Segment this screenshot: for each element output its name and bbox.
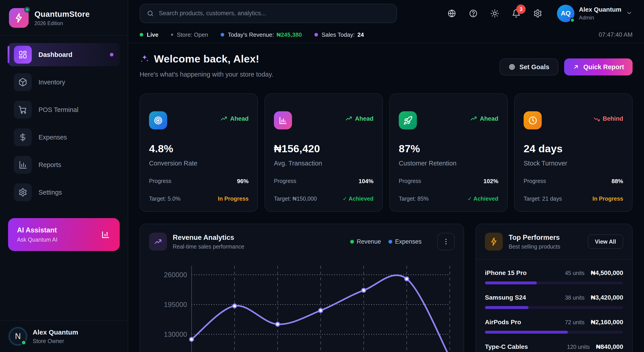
product-bar-fill [485,281,537,284]
store-status: Store: Open [171,31,208,38]
product-bar [485,281,623,284]
profile-menu[interactable]: AQ Alex Quantum Admin [557,5,632,22]
quick-report-button[interactable]: Quick Report [564,59,632,76]
trending-up-icon [470,116,477,122]
kpi-value: 4.8% [149,142,248,155]
kpi-cards: Ahead 4.8% Conversion Rate Progress 96% … [140,93,632,212]
rocket-icon [399,111,417,129]
sidebar-item-dashboard[interactable]: Dashboard [8,43,120,66]
todays-revenue: Today's Revenue: ₦245,380 [221,31,302,38]
sales-today: Sales Today: 24 [314,31,364,38]
product-name: Type-C Cables [485,343,567,350]
legend-item-revenue[interactable]: Revenue [350,238,381,245]
gear-icon [533,9,542,18]
product-row: Type-C Cables 120 units ₦840,000 [485,343,623,352]
progress-percent: 96% [237,178,248,185]
progress-percent: 102% [484,178,498,185]
sales-dot [314,33,318,37]
help-button[interactable] [468,9,478,18]
revenue-analytics-card: Revenue Analytics Real-time sales perfor… [140,224,464,352]
product-revenue: ₦4,500,000 [591,269,623,276]
online-dot [24,7,30,13]
product-name: Samsung S24 [485,294,565,301]
sidebar-item-label: Settings [38,189,62,196]
product-name: iPhone 15 Pro [485,269,565,276]
kpi-label: Avg. Transaction [274,160,374,167]
product-revenue: ₦2,160,000 [591,319,623,326]
kpi-label: Customer Retention [399,160,498,167]
progress-label: Progress [274,178,296,185]
avatar-initials: AQ [561,10,570,17]
settings-button[interactable] [533,9,543,18]
trending-down-icon [594,116,600,122]
progress-percent: 88% [612,178,623,185]
product-row: iPhone 15 Pro 45 units ₦4,500,000 [485,269,623,284]
kpi-value: ₦156,420 [274,142,374,155]
sun-icon [490,9,499,18]
chart-options-button[interactable] [437,233,455,250]
product-units: 120 units [567,344,590,350]
language-button[interactable] [447,9,457,18]
active-indicator-bar [8,46,10,63]
product-units: 38 units [565,294,585,301]
dashboard-content: Welcome back, Alex! Here's what's happen… [128,43,644,352]
clock-icon [524,111,542,129]
page-subtitle: Here's what's happening with your store … [140,71,273,78]
kpi-card-avg-transaction: Ahead ₦156,420 Avg. Transaction Progress… [264,93,383,212]
top-performers-list: iPhone 15 Pro 45 units ₦4,500,000 Samsun… [476,259,632,352]
kpi-state: In Progress [218,195,248,202]
product-bar [485,306,623,309]
theme-toggle-button[interactable] [490,9,500,18]
sidebar-item-pos-terminal[interactable]: POS Terminal [8,98,120,121]
set-goals-button[interactable]: Set Goals [500,59,558,76]
sidebar-item-expenses[interactable]: Expenses [8,126,120,149]
view-all-button[interactable]: View All [588,234,623,249]
target-icon [149,111,167,129]
sidebar-item-reports[interactable]: Reports [8,153,120,176]
chart-title: Revenue Analytics [173,234,244,242]
svg-text:130000: 130000 [164,330,187,338]
legend-item-expenses[interactable]: Expenses [388,238,422,245]
product-bar-fill [485,306,528,309]
legend-dot [388,240,392,244]
trending-up-icon [346,116,352,122]
search-bar[interactable] [140,4,397,23]
chart-legend: Revenue Expenses [350,233,455,250]
app-window: QuantumStore 2026 Edition Dashboard Inve… [0,0,644,352]
avatar-initial: N [15,332,21,341]
main-area: 3 AQ Alex Quantum Admin [128,0,644,352]
target-icon [508,64,515,70]
help-icon [469,9,478,18]
progress-label: Progress [149,178,172,185]
sidebar-item-inventory[interactable]: Inventory [8,71,120,94]
online-status-dot [570,18,575,23]
sidebar-item-settings[interactable]: Settings [8,181,120,204]
more-vertical-icon [442,238,450,245]
trending-up-icon [149,233,167,251]
kpi-label: Conversion Rate [149,160,248,167]
search-input[interactable] [159,10,390,17]
package-icon [14,73,32,91]
dollar-icon [14,128,32,146]
status-bar: Live Store: Open Today's Revenue: ₦245,3… [128,27,644,43]
sidebar-item-label: Expenses [38,134,67,141]
kpi-target: Target: 21 days [524,195,562,202]
notifications-button[interactable]: 3 [511,9,521,18]
svg-text:195000: 195000 [164,301,187,308]
kpi-target: Target: 85% [399,195,428,202]
status-badge: Ahead [470,115,498,122]
kpi-label: Stock Turnover [524,160,623,167]
topbar: 3 AQ Alex Quantum Admin [128,0,644,27]
product-name: AirPods Pro [485,319,565,326]
notification-badge: 3 [516,5,526,14]
live-status: Live [140,31,158,38]
sidebar-user[interactable]: N Alex Quantum Store Owner [0,320,128,352]
status-badge: Behind [594,115,624,122]
brand-name: QuantumStore [34,10,90,19]
progress-label: Progress [399,178,421,185]
user-role: Admin [579,15,622,21]
user-role: Store Owner [33,338,78,344]
lightning-icon [14,13,24,23]
ai-assistant-card[interactable]: AI Assistant Ask Quantum AI [8,218,120,251]
product-bar-fill [485,331,568,334]
